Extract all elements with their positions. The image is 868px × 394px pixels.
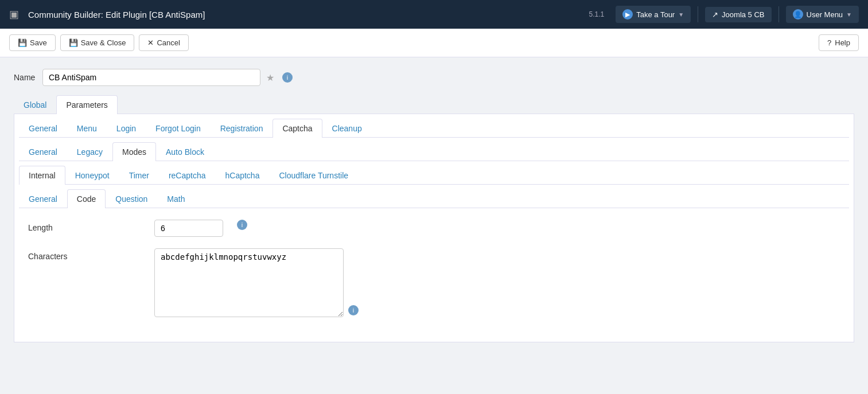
tab-menu[interactable]: Menu (67, 119, 107, 138)
chevron-down-icon: ▼ (678, 11, 684, 18)
joomla-button[interactable]: ↗ Joomla 5 CB (705, 7, 771, 22)
tab-parameters-label: Parameters (66, 100, 107, 110)
tabs-level3: General Legacy Modes Auto Block (19, 142, 849, 161)
tab-modes[interactable]: Modes (112, 142, 156, 161)
tab-registration-label: Registration (220, 124, 263, 133)
toolbar: 💾 Save 💾 Save & Close ✕ Cancel ? Help (0, 29, 868, 57)
take-a-tour-button[interactable]: ▶ Take a Tour ▼ (616, 6, 691, 23)
tab-captcha[interactable]: Captcha (273, 119, 322, 138)
name-label: Name (14, 73, 37, 82)
name-row: Name ★ i (14, 69, 854, 86)
tab-general-l5[interactable]: General (19, 189, 67, 208)
tab-timer[interactable]: Timer (119, 166, 159, 185)
tab-timer-label: Timer (129, 171, 149, 180)
tab-login[interactable]: Login (107, 119, 146, 138)
save-label: Save (30, 38, 47, 47)
length-input[interactable] (154, 220, 223, 237)
tab-legacy-label: Legacy (77, 147, 103, 157)
tab-modes-label: Modes (122, 147, 146, 157)
nav-separator-2 (779, 6, 779, 22)
name-input[interactable] (42, 69, 260, 86)
help-button[interactable]: ? Help (819, 34, 859, 51)
tab-recaptcha-label: reCaptcha (169, 171, 206, 180)
page-title: Community Builder: Edit Plugin [CB AntiS… (28, 10, 582, 19)
tab-global-label: Global (24, 100, 46, 110)
tab-forgot-login-label: Forgot Login (155, 124, 201, 133)
cancel-label: Cancel (157, 38, 180, 47)
tab-general-l2-label: General (29, 124, 57, 133)
tab-question[interactable]: Question (106, 189, 157, 208)
tab-global[interactable]: Global (14, 95, 56, 114)
take-a-tour-label: Take a Tour (636, 10, 675, 19)
tab-recaptcha[interactable]: reCaptcha (159, 166, 216, 185)
save-close-label: Save & Close (81, 38, 126, 47)
tab-auto-block-label: Auto Block (166, 147, 204, 157)
tab-hcaptcha[interactable]: hCaptcha (216, 166, 270, 185)
tab-question-label: Question (115, 194, 147, 204)
tab-cleanup[interactable]: Cleanup (322, 119, 372, 138)
tab-menu-label: Menu (77, 124, 97, 133)
cancel-icon: ✕ (147, 38, 154, 47)
help-icon: ? (827, 38, 831, 47)
characters-info-icon[interactable]: i (348, 305, 359, 315)
tab-general-l3-label: General (29, 147, 57, 157)
tab-general-l2[interactable]: General (19, 119, 67, 138)
tab-login-label: Login (116, 124, 136, 133)
tab-code-label: Code (77, 194, 96, 204)
tabs-level4: Internal Honeypot Timer reCaptcha hCaptc… (19, 166, 849, 185)
length-info-icon[interactable]: i (237, 220, 247, 230)
tab-auto-block[interactable]: Auto Block (156, 142, 214, 161)
tabs-level2: General Menu Login Forgot Login Registra… (19, 119, 849, 138)
tab-general-l5-label: General (29, 194, 57, 204)
tabs-level1: Global Parameters (14, 95, 854, 114)
tabs-level5: General Code Question Math (19, 189, 849, 208)
characters-field-row: Characters abcdefghijklmnopqrstuvwxyz i (28, 248, 840, 319)
tab-cleanup-label: Cleanup (332, 124, 362, 133)
tab-internal-label: Internal (29, 171, 56, 180)
tab-forgot-login[interactable]: Forgot Login (146, 119, 211, 138)
characters-textarea[interactable]: abcdefghijklmnopqrstuvwxyz (154, 248, 344, 317)
tab-registration[interactable]: Registration (211, 119, 273, 138)
user-menu-button[interactable]: 👤 User Menu ▼ (786, 6, 859, 23)
tab-parameters[interactable]: Parameters (56, 95, 117, 114)
cancel-button[interactable]: ✕ Cancel (139, 34, 188, 51)
user-icon: 👤 (793, 9, 803, 19)
tab-cloudflare-label: Cloudflare Turnstile (279, 171, 348, 180)
save-button[interactable]: 💾 Save (9, 34, 56, 51)
tab-math[interactable]: Math (157, 189, 194, 208)
tab-cloudflare[interactable]: Cloudflare Turnstile (269, 166, 358, 185)
tab-hcaptcha-label: hCaptcha (225, 171, 260, 180)
external-link-icon: ↗ (712, 10, 718, 19)
form-section: Length i Characters abcdefghijklmnopqrst… (19, 208, 849, 342)
save-close-icon: 💾 (69, 38, 78, 47)
star-icon[interactable]: ★ (266, 72, 274, 83)
tab-code[interactable]: Code (67, 189, 106, 208)
save-close-button[interactable]: 💾 Save & Close (60, 34, 135, 51)
length-field-row: Length i (28, 220, 840, 237)
tab-internal[interactable]: Internal (19, 166, 65, 185)
tab-legacy[interactable]: Legacy (67, 142, 112, 161)
save-icon: 💾 (18, 38, 27, 47)
tab-math-label: Math (167, 194, 185, 204)
plugin-icon: ▣ (9, 8, 19, 21)
nav-separator-1 (698, 6, 698, 22)
chevron-down-icon-2: ▼ (846, 11, 852, 18)
name-info-icon[interactable]: i (282, 72, 293, 83)
joomla-label: Joomla 5 CB (722, 10, 764, 19)
top-navigation: ▣ Community Builder: Edit Plugin [CB Ant… (0, 0, 868, 29)
tab-honeypot[interactable]: Honeypot (65, 166, 119, 185)
tab-general-l3[interactable]: General (19, 142, 67, 161)
characters-label: Characters (28, 248, 143, 261)
tour-icon: ▶ (622, 9, 633, 19)
user-menu-label: User Menu (807, 10, 843, 19)
main-content: Name ★ i Global Parameters General Menu … (0, 57, 868, 388)
version-label: 5.1.1 (589, 10, 605, 18)
help-label: Help (835, 38, 850, 47)
tab-honeypot-label: Honeypot (75, 171, 110, 180)
tab-captcha-label: Captcha (282, 124, 312, 133)
length-label: Length (28, 220, 143, 232)
